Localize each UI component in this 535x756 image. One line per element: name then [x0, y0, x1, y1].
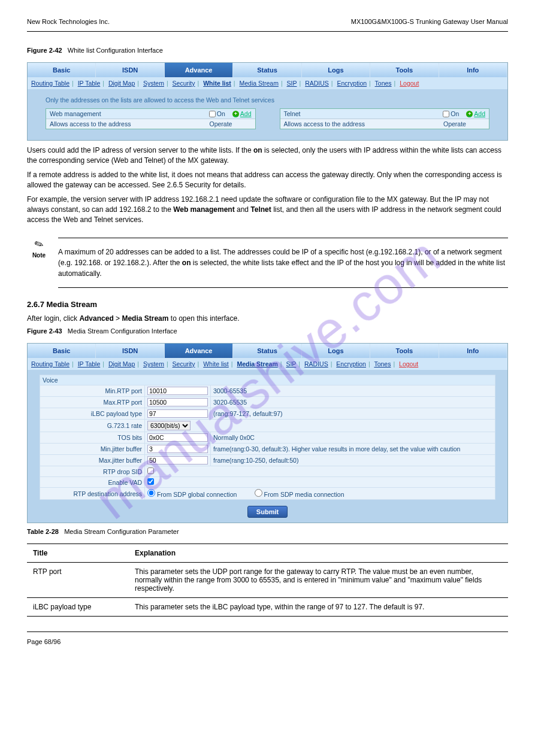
max-rtp-input[interactable]	[147, 398, 208, 406]
lead-a: After login, click	[27, 314, 79, 323]
header-left: New Rock Technologies Inc.	[27, 18, 110, 25]
footer-rule	[27, 631, 508, 632]
telnet-col-operate: Operate	[443, 120, 485, 127]
subnav2-routing[interactable]: Routing Table	[31, 360, 69, 368]
min-rtp-input[interactable]	[147, 387, 208, 395]
tab2-info[interactable]: Info	[439, 344, 507, 358]
subnav2-encryption[interactable]: Encryption	[336, 360, 366, 368]
min-rtp-label: Min.RTP port	[40, 385, 145, 397]
minjb-label: Min.jitter buffer	[40, 444, 145, 455]
whitelist-hint: Only the addresses on the lists are allo…	[46, 96, 489, 104]
fig43-prefix: Figure 2-43	[27, 327, 62, 335]
subnav2-security[interactable]: Security	[173, 360, 195, 368]
subnav2-sip[interactable]: SIP	[286, 360, 296, 368]
subnav2-digitmap[interactable]: Digit Map	[108, 360, 135, 368]
submit-button[interactable]: Submit	[247, 506, 288, 518]
para-2: If a remote address is added to the whit…	[27, 170, 508, 191]
subnav-mediastream[interactable]: Media Stream	[240, 80, 279, 87]
rtpdest-global[interactable]: From SDP global connection	[147, 491, 237, 498]
p3b: Web management	[173, 205, 234, 214]
tab2-logs[interactable]: Logs	[302, 344, 370, 358]
p1b: on	[253, 146, 262, 154]
maxjb-input[interactable]	[147, 456, 208, 464]
subnav2-whitelist[interactable]: White list	[203, 360, 229, 368]
subnav-sip[interactable]: SIP	[287, 80, 297, 87]
tos-label: TOS bits	[40, 432, 145, 444]
tabs-row-2: Basic ISDN Advance Status Logs Tools Inf…	[28, 344, 507, 358]
subnav-iptable[interactable]: IP Table	[78, 80, 101, 87]
tab2-tools[interactable]: Tools	[370, 344, 439, 358]
g723-select[interactable]: 6300(bit/s)	[147, 421, 191, 430]
tab-isdn[interactable]: ISDN	[96, 63, 164, 77]
telnet-add-link[interactable]: + Add	[466, 110, 485, 117]
rtpdest-media-radio[interactable]	[255, 489, 262, 497]
figure-42-prefix: Figure 2-42	[27, 47, 62, 54]
note-bottom-rule	[58, 287, 508, 288]
page-header: New Rock Technologies Inc. MX100G&MX100G…	[27, 18, 508, 25]
subnav2-system[interactable]: System	[143, 360, 164, 368]
subnav-whitelist[interactable]: White list	[203, 80, 231, 87]
section-267-lead: After login, click Advanced > Media Stre…	[27, 314, 508, 324]
web-col-address: Allows access to the address	[50, 120, 210, 127]
dropsid-label: RTP drop SID	[40, 466, 145, 477]
tab2-basic[interactable]: Basic	[28, 344, 96, 358]
note-b: on	[182, 259, 191, 267]
ilbc-input[interactable]	[147, 409, 208, 418]
plus-icon: +	[466, 111, 473, 117]
tab2-isdn[interactable]: ISDN	[96, 344, 164, 358]
subnav-routing[interactable]: Routing Table	[31, 80, 69, 87]
lead-c: >	[116, 314, 122, 323]
para-1: Users could add the IP adress of version…	[27, 145, 508, 166]
subnav2-mediastream[interactable]: Media Stream	[237, 360, 277, 368]
max-rtp-label: Max.RTP port	[40, 397, 145, 408]
fig43-text: Media Stream Configuration Interface	[68, 327, 177, 335]
figure-42-caption: Figure 2-42 White list Configuration Int…	[27, 47, 508, 54]
subnav-security[interactable]: Security	[173, 80, 195, 87]
telnet-on-checkbox[interactable]	[443, 111, 449, 117]
footer-left: Page 68/96	[27, 638, 61, 645]
subnav-logout[interactable]: Logout	[400, 80, 419, 87]
deftable-head-title: Title	[27, 544, 129, 563]
note-block: ✎ Note A maximum of 20 addresses can be …	[27, 238, 508, 288]
web-on-checkbox[interactable]	[209, 111, 216, 117]
web-add-link[interactable]: + Add	[232, 110, 252, 117]
mediastream-panel: Basic ISDN Advance Status Logs Tools Inf…	[27, 343, 508, 523]
para-3: For example, the version server with IP …	[27, 195, 508, 226]
subnav-encryption[interactable]: Encryption	[337, 80, 367, 87]
web-on-toggle[interactable]: On	[209, 110, 225, 117]
subnav2-tones[interactable]: Tones	[374, 360, 391, 368]
maxjb-label: Max.jitter buffer	[40, 455, 145, 466]
telnet-title: Telnet	[284, 110, 443, 117]
table-row: RTP port This parameter sets the UDP por…	[27, 563, 508, 598]
tab-tools[interactable]: Tools	[370, 63, 439, 77]
subnav-system[interactable]: System	[143, 80, 164, 87]
deftable-head-expl: Explanation	[129, 544, 508, 563]
tos-input[interactable]	[147, 433, 208, 442]
dropsid-checkbox[interactable]	[147, 467, 154, 474]
vad-checkbox[interactable]	[147, 478, 154, 485]
rtpdest-global-radio[interactable]	[147, 489, 155, 497]
subnav2-logout[interactable]: Logout	[399, 360, 418, 368]
subnav-radius[interactable]: RADIUS	[305, 80, 329, 87]
ilbc-hint: (rang:97-127, default:97)	[211, 408, 495, 420]
rtpdest-media[interactable]: From SDP media connection	[255, 491, 344, 498]
minjb-input[interactable]	[147, 445, 208, 453]
tab2-status[interactable]: Status	[233, 344, 301, 358]
tab-basic[interactable]: Basic	[28, 63, 96, 77]
lead-b: Advanced	[79, 314, 113, 323]
subnav-digitmap[interactable]: Digit Map	[108, 80, 135, 87]
tab-logs[interactable]: Logs	[302, 63, 370, 77]
telnet-col-address: Allows access to the address	[284, 120, 444, 127]
tab-info[interactable]: Info	[439, 63, 507, 77]
tab2-advance[interactable]: Advance	[165, 344, 233, 358]
rtpdest-label: RTP destination address	[40, 488, 145, 500]
subnav2-radius[interactable]: RADIUS	[304, 360, 328, 368]
tab-advance[interactable]: Advance	[165, 63, 233, 77]
subnav-2: Routing Table| IP Table| Digit Map| Syst…	[28, 358, 507, 370]
subnav2-iptable[interactable]: IP Table	[78, 360, 101, 368]
table-row: iLBC payload type This parameter sets th…	[27, 598, 508, 617]
telnet-on-toggle[interactable]: On	[443, 110, 459, 117]
subnav-tones[interactable]: Tones	[375, 80, 392, 87]
tab-status[interactable]: Status	[233, 63, 301, 77]
plus-icon: +	[232, 111, 239, 117]
